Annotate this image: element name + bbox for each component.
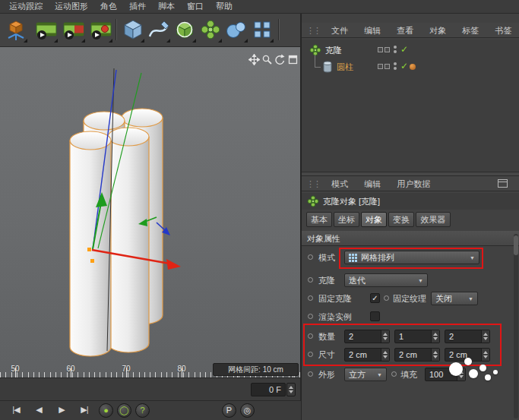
- layer-toggle[interactable]: [385, 47, 390, 52]
- om-menu-tags[interactable]: 标签: [455, 23, 486, 38]
- array-grid-icon[interactable]: [249, 17, 275, 44]
- size-x-field[interactable]: 2 cm: [344, 348, 390, 362]
- mograph-cloner-icon[interactable]: [198, 17, 223, 44]
- panel-layout-icon[interactable]: [498, 179, 508, 189]
- om-menu-object[interactable]: 对象: [422, 23, 453, 38]
- om-menu-bookmarks[interactable]: 书签: [488, 23, 518, 38]
- animation-toggle[interactable]: [308, 352, 313, 357]
- main-toolbar: [0, 14, 301, 47]
- count-x-field[interactable]: 2: [344, 330, 390, 343]
- am-menu-edit[interactable]: 编辑: [357, 176, 388, 191]
- metaball-icon[interactable]: [223, 17, 249, 44]
- viewport-3d[interactable]: 50 60 70 80 90 网格间距: 10 cm: [0, 47, 301, 377]
- animation-toggle[interactable]: [308, 371, 313, 377]
- stepper-icon[interactable]: [481, 349, 489, 361]
- menu-plugins[interactable]: 插件: [123, 0, 152, 13]
- stepper-icon[interactable]: [481, 330, 489, 343]
- fix-clone-checkbox[interactable]: ✓: [370, 293, 380, 303]
- material-dot-icon[interactable]: [410, 64, 416, 70]
- visibility-dots[interactable]: [394, 61, 397, 71]
- animation-toggle[interactable]: [308, 295, 313, 301]
- previous-frame-button[interactable]: ◀: [29, 405, 49, 415]
- rotate-view-icon[interactable]: [274, 54, 286, 65]
- menu-motion-tracking[interactable]: 运动跟踪: [3, 0, 49, 13]
- cylinder-front-right[interactable]: [108, 128, 149, 352]
- fix-texture-dropdown[interactable]: 关闭 ▼: [431, 292, 478, 305]
- stepper-icon[interactable]: [431, 349, 439, 361]
- object-row-cylinder[interactable]: 圆柱 ✓: [302, 59, 519, 74]
- count-y-field[interactable]: 1: [394, 330, 440, 343]
- animation-toggle[interactable]: [308, 254, 313, 260]
- menu-script[interactable]: 脚本: [152, 0, 181, 13]
- toggle-view-icon[interactable]: [287, 54, 299, 65]
- scene-3d[interactable]: [0, 47, 300, 364]
- form-dropdown[interactable]: 立方 ▼: [344, 368, 387, 381]
- visibility-dots[interactable]: [394, 44, 397, 55]
- animation-toggle[interactable]: [391, 371, 397, 377]
- go-to-start-button[interactable]: |◀: [6, 405, 26, 415]
- size-y-field[interactable]: 2 cm: [394, 348, 440, 362]
- animation-toggle[interactable]: [384, 295, 389, 301]
- enable-check-icon[interactable]: ✓: [400, 44, 408, 55]
- menu-character[interactable]: 角色: [94, 0, 123, 13]
- layer-toggle[interactable]: [378, 64, 383, 69]
- tab-coordinates[interactable]: 坐标: [334, 212, 359, 227]
- chevron-down-icon: ▼: [464, 296, 473, 302]
- menu-mograph[interactable]: 运动图形: [49, 0, 94, 13]
- go-to-end-button[interactable]: ▶|: [74, 405, 94, 415]
- tab-transform[interactable]: 变换: [388, 212, 414, 227]
- om-menu-edit[interactable]: 编辑: [357, 23, 388, 38]
- tab-basic[interactable]: 基本: [306, 212, 332, 227]
- handle-dot[interactable]: [87, 248, 91, 251]
- drag-grip-icon[interactable]: ⋮⋮: [302, 176, 322, 191]
- enable-check-icon[interactable]: ✓: [400, 61, 408, 71]
- clones-dropdown[interactable]: 迭代 ▼: [344, 273, 428, 287]
- stepper-icon[interactable]: [381, 349, 389, 361]
- autokey-help-button[interactable]: ?: [135, 403, 150, 418]
- am-menu-mode[interactable]: 模式: [324, 176, 355, 191]
- tab-effectors[interactable]: 效果器: [416, 212, 451, 227]
- zoom-view-icon[interactable]: [261, 54, 273, 65]
- object-row-cloner[interactable]: 克隆 ✓: [302, 43, 519, 58]
- motion-clip-red-icon[interactable]: [61, 17, 87, 44]
- am-menu-user-data[interactable]: 用户数据: [390, 176, 437, 191]
- pan-view-icon[interactable]: [248, 54, 260, 65]
- menu-help[interactable]: 帮助: [210, 0, 239, 13]
- animation-toggle[interactable]: [308, 314, 313, 319]
- tab-object[interactable]: 对象: [361, 212, 387, 227]
- scrollbar-handle[interactable]: [514, 235, 518, 255]
- count-z-field[interactable]: 2: [445, 330, 490, 343]
- drag-grip-icon[interactable]: ⋮⋮: [302, 23, 322, 38]
- play-button[interactable]: ▶: [52, 405, 71, 415]
- object-name[interactable]: 克隆: [325, 45, 342, 56]
- pen-spline-icon[interactable]: [146, 17, 172, 44]
- timeline-bar[interactable]: 0 F: [0, 377, 301, 400]
- render-instance-checkbox[interactable]: [370, 311, 380, 321]
- record-position-button[interactable]: ◯: [117, 403, 131, 418]
- cylinder-front-left[interactable]: [70, 131, 111, 356]
- stepper-icon[interactable]: [431, 330, 439, 343]
- om-menu-view[interactable]: 查看: [390, 23, 420, 38]
- scrollbar[interactable]: [514, 234, 518, 418]
- motion-clip-icon[interactable]: [33, 17, 59, 44]
- motion-record-icon[interactable]: [88, 17, 114, 44]
- menu-window[interactable]: 窗口: [181, 0, 210, 13]
- subdivision-surface-icon[interactable]: [172, 17, 198, 44]
- stepper-icon[interactable]: [381, 330, 389, 343]
- attribute-tabs: 基本 坐标 对象 变换 效果器: [302, 210, 519, 229]
- animation-toggle[interactable]: [308, 333, 313, 339]
- om-menu-file[interactable]: 文件: [324, 23, 355, 38]
- cube-primitive-icon[interactable]: [120, 17, 146, 44]
- layer-toggle[interactable]: [385, 64, 390, 69]
- mode-dropdown[interactable]: 网格排列 ▼: [344, 251, 479, 264]
- point-level-animation-button[interactable]: ◎: [240, 403, 255, 418]
- layer-toggle[interactable]: [378, 47, 383, 52]
- frame-stepper[interactable]: [286, 383, 296, 396]
- record-keyframe-button[interactable]: ●: [99, 403, 113, 418]
- frame-field[interactable]: 0 F: [251, 383, 286, 396]
- animation-toggle[interactable]: [308, 277, 313, 283]
- object-name[interactable]: 圆柱: [337, 62, 353, 73]
- parameter-record-button[interactable]: P: [222, 403, 236, 418]
- handle-dot[interactable]: [90, 259, 94, 263]
- coordinate-tool-icon[interactable]: [3, 17, 29, 44]
